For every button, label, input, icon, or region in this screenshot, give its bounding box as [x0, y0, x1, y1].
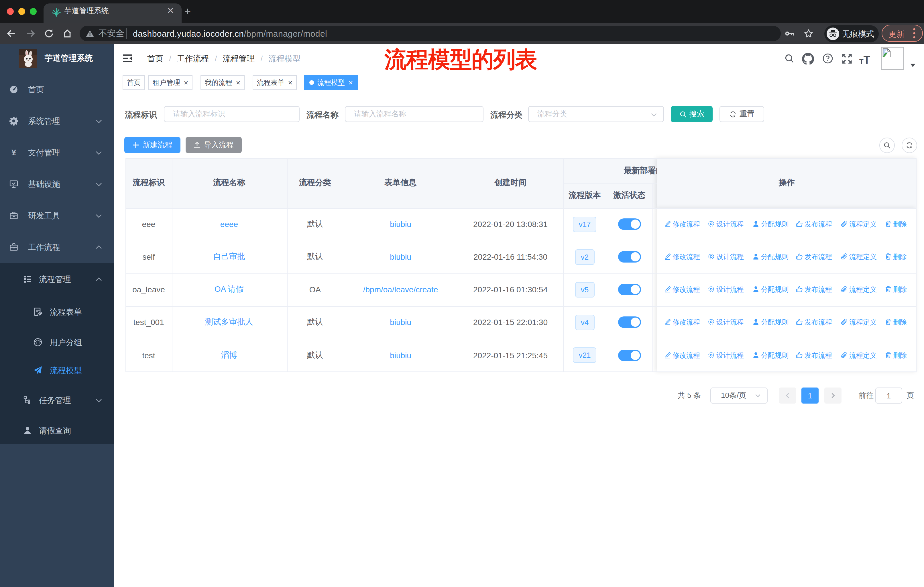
svg-text:¥: ¥: [12, 148, 16, 157]
